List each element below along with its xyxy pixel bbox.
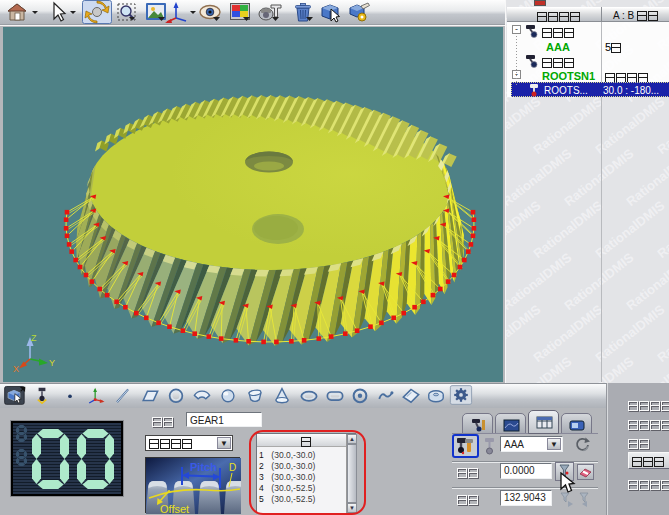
svg-text:X: X xyxy=(13,364,19,374)
svg-text:Pitch: Pitch xyxy=(190,461,217,473)
svg-text:D: D xyxy=(229,462,236,473)
svg-text:Z: Z xyxy=(31,333,37,343)
svg-text:Y: Y xyxy=(49,358,55,368)
svg-text:Offset: Offset xyxy=(160,503,189,514)
